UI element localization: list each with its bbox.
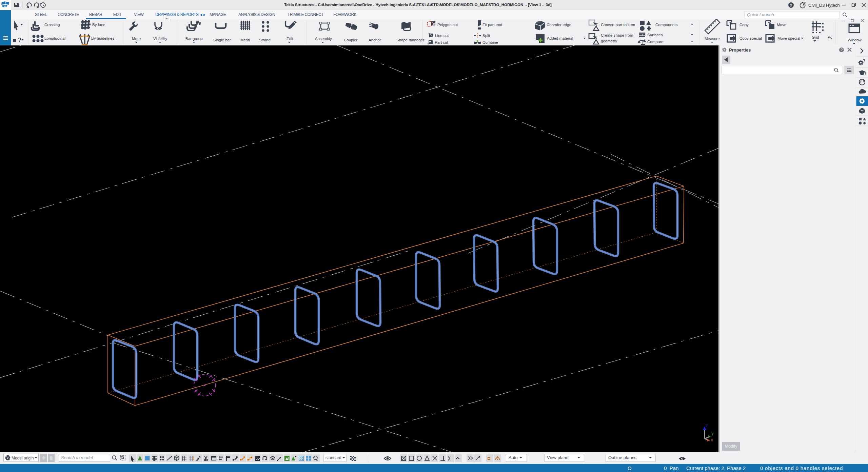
- svg-text:?: ?: [841, 48, 843, 52]
- svg-text:?: ?: [18, 37, 21, 43]
- svg-text:Z: Z: [706, 424, 708, 428]
- svg-text:?: ?: [863, 58, 865, 63]
- svg-text:X: X: [711, 438, 713, 442]
- svg-text:Y: Y: [711, 432, 714, 436]
- svg-text:?: ?: [790, 3, 792, 8]
